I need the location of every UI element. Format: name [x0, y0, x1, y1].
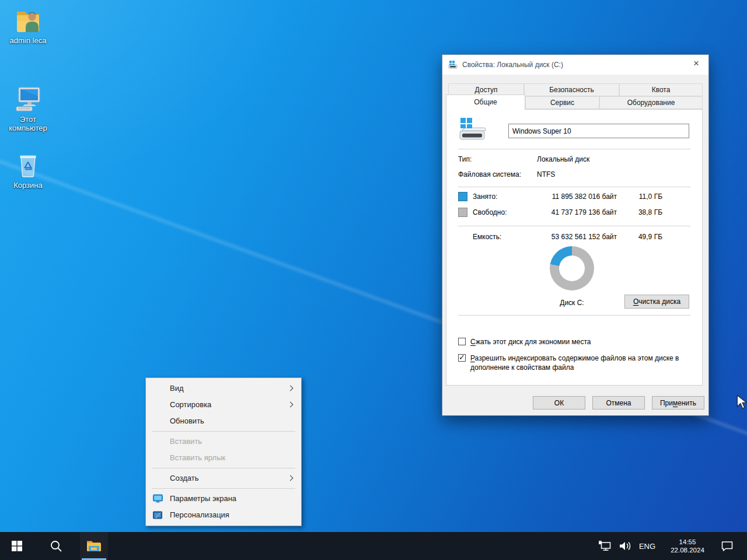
separator — [458, 149, 690, 149]
separator — [458, 315, 690, 316]
notification-icon — [721, 541, 734, 551]
used-bytes: 11 895 382 016 байт — [552, 192, 617, 201]
menu-item-paste-shortcut[interactable]: Вставить ярлык — [146, 450, 301, 466]
index-label: Разрешить индексировать содержимое файло… — [470, 354, 699, 372]
disk-c-label: Диск C: — [522, 299, 622, 307]
menu-item-refresh[interactable]: Обновить — [146, 413, 301, 429]
properties-dialog: Свойства: Локальный диск (C:) × Доступ Б… — [442, 54, 709, 416]
submenu-arrow-icon — [288, 386, 294, 391]
drive-icon — [457, 117, 487, 144]
desktop-icon-label: admin leca — [3, 36, 53, 45]
menu-item-new[interactable]: Создать — [146, 470, 301, 487]
dialog-title: Свойства: Локальный диск (C:) — [462, 61, 563, 69]
menu-item-personalize[interactable]: Персонализация — [146, 507, 301, 523]
menu-item-sort[interactable]: Сортировка — [146, 397, 301, 413]
dialog-titlebar[interactable]: Свойства: Локальный диск (C:) × — [442, 55, 708, 75]
compress-checkbox-row: Сжать этот диск для экономии места — [458, 337, 692, 346]
disk-usage-donut — [550, 246, 594, 290]
dialog-button-row: ОК Отмена Применить — [442, 396, 708, 410]
type-value: Локальный диск — [537, 155, 589, 163]
computer-icon — [14, 85, 42, 113]
type-row: Тип: Локальный диск — [446, 155, 702, 164]
action-center-button[interactable] — [715, 532, 739, 560]
cancel-button[interactable]: Отмена — [592, 396, 645, 410]
donut-hole — [559, 256, 585, 281]
menu-separator — [152, 431, 295, 432]
tab-general[interactable]: Общие — [446, 94, 525, 110]
drive-name-input[interactable] — [508, 124, 689, 138]
free-size: 38,8 ГБ — [638, 208, 662, 216]
personalization-icon — [153, 510, 163, 520]
capacity-row: Емкость: 53 632 561 152 байт 49,9 ГБ — [446, 233, 702, 242]
free-swatch — [458, 208, 467, 217]
used-swatch — [458, 192, 467, 201]
tab-quota[interactable]: Квота — [619, 83, 703, 96]
compress-checkbox[interactable] — [458, 338, 466, 345]
tab-hardware[interactable]: Оборудование — [599, 96, 703, 109]
index-checkbox-row: Разрешить индексировать содержимое файло… — [458, 354, 692, 372]
general-tab-page: Тип: Локальный диск Файловая система: NT… — [446, 109, 703, 386]
recycle-bin-icon — [14, 150, 42, 178]
free-space-row: Свободно: 41 737 179 136 байт 38,8 ГБ — [446, 208, 702, 218]
tab-tools[interactable]: Сервис — [525, 96, 599, 109]
ok-button[interactable]: ОК — [533, 396, 585, 410]
type-label: Тип: — [458, 155, 472, 163]
index-checkbox[interactable] — [458, 354, 466, 362]
desktop-icon-label: Корзина — [3, 181, 53, 190]
tab-security[interactable]: Безопасность — [524, 83, 619, 96]
apply-button[interactable]: Применить — [652, 396, 704, 410]
windows-logo-icon — [12, 541, 22, 551]
file-explorer-icon — [86, 540, 102, 552]
filesystem-row: Файловая система: NTFS — [446, 170, 702, 180]
menu-separator — [152, 468, 295, 468]
free-bytes: 41 737 179 136 байт — [551, 208, 617, 216]
file-explorer-button[interactable] — [80, 532, 108, 560]
search-icon — [50, 540, 62, 552]
used-label: Занято: — [473, 192, 497, 201]
separator — [458, 226, 690, 226]
desktop-icon-recycle-bin[interactable]: Корзина — [3, 150, 53, 190]
menu-separator — [152, 488, 295, 489]
date: 22.08.2024 — [664, 546, 711, 554]
free-label: Свободно: — [473, 208, 507, 216]
desktop-icon-this-pc[interactable]: Этот компьютер — [3, 85, 53, 132]
disk-cleanup-button[interactable]: Очистка диска — [624, 295, 689, 309]
close-button[interactable]: × — [684, 55, 708, 72]
submenu-arrow-icon — [288, 475, 294, 481]
compress-label: Сжать этот диск для экономии места — [470, 337, 692, 346]
volume-tray-button[interactable] — [615, 532, 635, 560]
language-indicator[interactable]: ENG — [635, 542, 659, 551]
submenu-arrow-icon — [288, 402, 294, 408]
display-settings-icon — [153, 494, 163, 503]
clock[interactable]: 14:55 22.08.2024 — [664, 538, 711, 554]
filesystem-label: Файловая система: — [458, 170, 521, 178]
desktop-icon-label: Этот компьютер — [3, 115, 53, 132]
menu-item-display-settings[interactable]: Параметры экрана — [146, 491, 301, 507]
system-tray: ENG 14:55 22.08.2024 — [595, 532, 747, 560]
used-size: 11,0 ГБ — [639, 192, 662, 201]
search-button[interactable] — [42, 532, 70, 560]
time: 14:55 — [664, 538, 711, 546]
drive-small-icon — [448, 60, 459, 69]
taskbar: ENG 14:55 22.08.2024 — [0, 532, 747, 560]
speaker-icon — [619, 541, 631, 551]
desktop-icon-user-folder[interactable]: admin leca — [3, 6, 53, 45]
start-button[interactable] — [3, 532, 31, 560]
desktop-background[interactable]: admin leca Этот компьютер Корзина — [0, 0, 747, 532]
capacity-label: Емкость: — [473, 233, 501, 241]
network-tray-button[interactable] — [595, 532, 615, 560]
menu-item-view[interactable]: Вид — [146, 380, 301, 397]
user-folder-icon — [14, 6, 42, 34]
capacity-size: 49,9 ГБ — [638, 233, 662, 241]
separator — [458, 187, 690, 187]
filesystem-value: NTFS — [537, 170, 555, 178]
used-space-row: Занято: 11 895 382 016 байт 11,0 ГБ — [446, 192, 702, 202]
network-icon — [598, 540, 612, 552]
menu-item-paste[interactable]: Вставить — [146, 433, 301, 450]
capacity-bytes: 53 632 561 152 байт — [551, 233, 617, 241]
desktop-context-menu: Вид Сортировка Обновить Вставить Вставит… — [145, 377, 302, 526]
mouse-cursor — [736, 395, 747, 410]
